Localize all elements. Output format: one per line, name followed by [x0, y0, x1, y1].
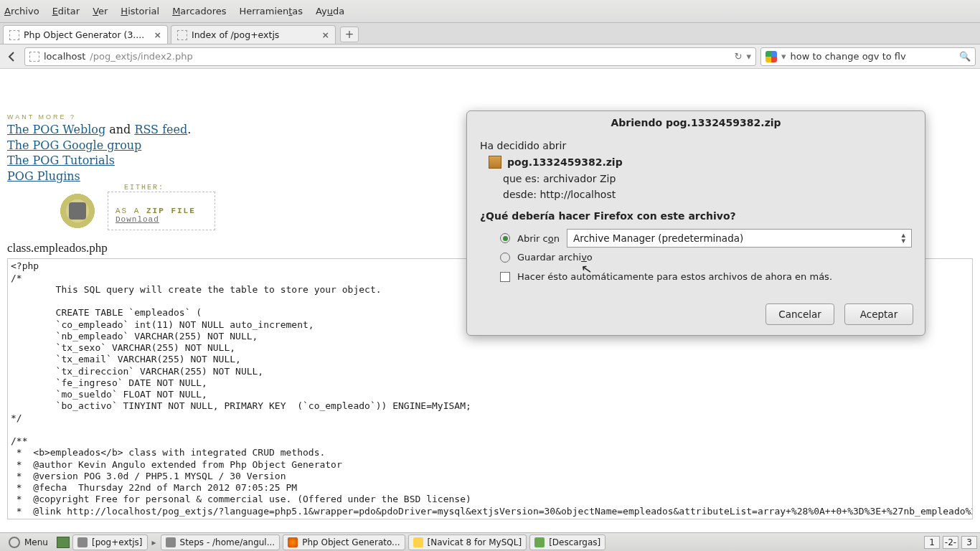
task-firefox[interactable]: Php Object Generato...	[283, 534, 405, 550]
download-dialog: Abriendo pog.1332459382.zip Ha decidido …	[466, 110, 925, 336]
combo-value: Archive Manager (predeterminada)	[573, 232, 743, 244]
download-zip-box: EITHER: AS A ZIP FILE Download	[108, 192, 215, 230]
checkbox-auto-row: Hacer ésto automáticamente para estos ar…	[500, 271, 912, 282]
archive-file-icon	[489, 156, 501, 169]
menu-herramientas[interactable]: Herramientas	[240, 6, 303, 17]
search-bar[interactable]: ▾ how to change ogv to flv 🔍	[760, 47, 976, 66]
text-editor-icon	[166, 537, 176, 547]
radio-open-with-label: Abrir con	[517, 233, 560, 244]
accept-button[interactable]: Aceptar	[844, 303, 913, 325]
url-path: /pog_extjs/index2.php	[90, 51, 192, 62]
new-tab-button[interactable]: +	[340, 27, 359, 42]
radio-open-with[interactable]	[500, 233, 510, 243]
menu-marcadores[interactable]: Marcadores	[172, 6, 226, 17]
dialog-title: Abriendo pog.1332459382.zip	[467, 111, 925, 133]
checkbox-auto-label: Hacer ésto automáticamente para estos ar…	[517, 271, 832, 282]
menu-historial[interactable]: Historial	[121, 6, 159, 17]
favicon-placeholder-icon	[177, 30, 187, 40]
radio-save-row: Guardar archivo	[500, 252, 912, 263]
firefox-icon	[288, 537, 298, 547]
browser-menubar: Archivo Editar Ver Historial Marcadores …	[0, 0, 980, 23]
workspace-2[interactable]: -2-	[943, 536, 958, 549]
gear-graphic-icon	[57, 191, 98, 231]
menu-archivo[interactable]: Archivo	[4, 6, 39, 17]
radio-save-label: Guardar archivo	[517, 252, 593, 263]
dialog-type-text: que es: archivador Zip	[503, 173, 912, 184]
menu-editar[interactable]: Editar	[52, 6, 80, 17]
task-filemanager[interactable]: [pog+extjs]	[72, 534, 148, 550]
show-desktop-button[interactable]	[57, 537, 70, 548]
arrow-left-icon	[6, 51, 18, 62]
checkbox-auto[interactable]	[500, 272, 510, 282]
task-downloads[interactable]: [Descargas]	[529, 534, 606, 550]
site-identity-icon[interactable]	[29, 52, 39, 62]
radio-open-with-row: Abrir con Archive Manager (predeterminad…	[500, 229, 912, 248]
search-text: how to change ogv to flv	[791, 51, 906, 62]
downloads-icon	[534, 537, 545, 547]
radio-save-file[interactable]	[500, 253, 510, 263]
as-zip-label: AS A ZIP FILE	[116, 207, 196, 215]
tab-strip: Php Object Generator (3.... × Index of /…	[0, 23, 980, 44]
workspace-1[interactable]: 1	[924, 536, 940, 549]
task-menu-caret-icon[interactable]: ▸	[152, 537, 156, 547]
close-tab-icon[interactable]: ×	[322, 29, 329, 40]
link-tutorials[interactable]: The POG Tutorials	[7, 154, 115, 167]
task-navicat[interactable]: [Navicat 8 for MySQL]	[408, 534, 527, 550]
favicon-placeholder-icon	[9, 30, 19, 40]
tab-index[interactable]: Index of /pog+extjs ×	[171, 25, 336, 44]
url-host: localhost	[44, 51, 85, 62]
start-menu-button[interactable]: Menu	[3, 535, 54, 550]
url-bar[interactable]: localhost/pog_extjs/index2.php ↻ ▾	[24, 47, 756, 66]
back-button[interactable]	[4, 49, 20, 65]
link-plugins[interactable]: POG Plugins	[7, 169, 80, 183]
link-google-group[interactable]: The POG Google group	[7, 138, 141, 152]
cancel-button[interactable]: Cancelar	[765, 303, 834, 325]
tab-label: Index of /pog+extjs	[192, 29, 279, 40]
workspace-3[interactable]: 3	[961, 536, 977, 549]
link-rss[interactable]: RSS feed	[134, 123, 187, 136]
navicat-icon	[413, 537, 423, 547]
task-gedit[interactable]: Steps - /home/angul...	[161, 534, 281, 550]
dialog-question: ¿Qué debería hacer Firefox con este arch…	[480, 210, 912, 222]
tab-pog[interactable]: Php Object Generator (3.... ×	[3, 25, 168, 44]
open-with-combo[interactable]: Archive Manager (predeterminada) ▴▾	[567, 229, 912, 248]
dialog-filename: pog.1332459382.zip	[489, 156, 912, 169]
search-go-icon[interactable]: 🔍	[959, 51, 971, 62]
menu-ver[interactable]: Ver	[93, 6, 108, 17]
dropdown-history-icon[interactable]: ▾	[746, 51, 751, 62]
download-link[interactable]: Download	[116, 215, 159, 224]
system-taskbar: Menu [pog+extjs] ▸ Steps - /home/angul..…	[0, 532, 980, 551]
either-label: EITHER:	[124, 184, 215, 192]
google-engine-icon[interactable]	[765, 51, 777, 62]
navigation-toolbar: localhost/pog_extjs/index2.php ↻ ▾ ▾ how…	[0, 44, 980, 69]
dialog-decided-text: Ha decidido abrir	[480, 140, 912, 151]
reload-icon[interactable]: ↻	[735, 51, 743, 62]
engine-dropdown-icon[interactable]: ▾	[781, 51, 786, 62]
mint-menu-icon	[9, 537, 20, 548]
combo-arrows-icon: ▴▾	[901, 232, 905, 244]
link-weblog[interactable]: The POG Weblog	[7, 123, 105, 136]
menu-ayuda[interactable]: Ayuda	[316, 6, 344, 17]
close-tab-icon[interactable]: ×	[154, 29, 161, 40]
dialog-source-text: desde: http://localhost	[503, 189, 912, 200]
folder-icon	[77, 537, 88, 547]
tab-label: Php Object Generator (3....	[24, 29, 144, 40]
